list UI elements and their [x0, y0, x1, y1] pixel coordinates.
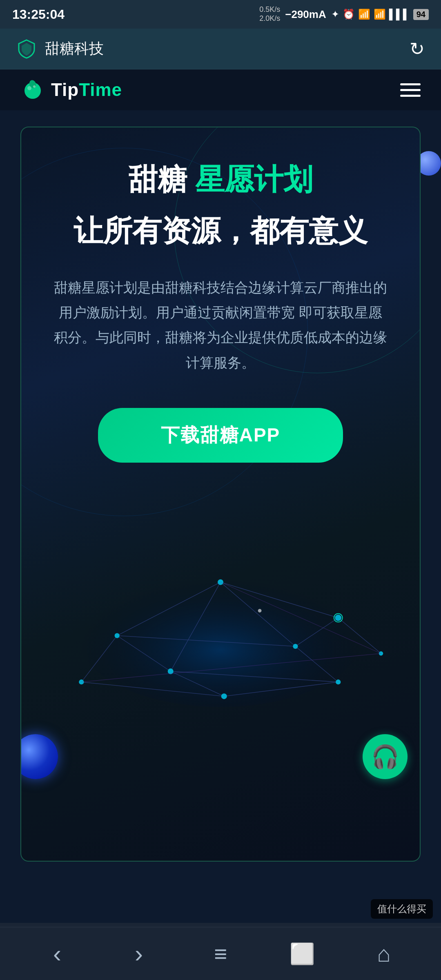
hamburger-line-2: [400, 89, 421, 91]
back-button[interactable]: ‹: [41, 938, 74, 970]
hero-card: 甜糖 星愿计划 让所有资源，都有意义 甜糖星愿计划是由甜糖科技结合边缘计算云厂商…: [20, 127, 421, 862]
hero-subtitle: 让所有资源，都有意义: [46, 212, 395, 251]
status-bar: 13:25:04 0.5K/s 2.0K/s −290mA ✦ ⏰ 📶 📶 ▌▌…: [0, 0, 441, 29]
shield-icon: [16, 39, 37, 59]
logo-tip: Tip: [51, 80, 79, 100]
status-network: 0.5K/s 2.0K/s: [259, 5, 280, 23]
network-visualization: [46, 495, 395, 740]
headset-icon: 🎧: [371, 744, 399, 770]
browser-content: TipTime 甜糖 星愿计划 让所有资源，都有意义 甜糖星愿计划是由甜糖科技结…: [0, 69, 441, 927]
app-bar-left: 甜糖科技: [16, 39, 104, 59]
signal1-icon: 📶: [358, 9, 370, 20]
status-right: 0.5K/s 2.0K/s −290mA ✦ ⏰ 📶 📶 ▌▌▌ 94: [259, 5, 429, 23]
status-time: 13:25:04: [12, 7, 65, 22]
browser-menu-button[interactable]: ≡: [204, 938, 237, 970]
hamburger-line-1: [400, 83, 421, 85]
status-ampere: −290mA: [285, 8, 326, 21]
refresh-button[interactable]: ↻: [410, 38, 425, 59]
svg-point-20: [115, 633, 120, 638]
logo-area: TipTime: [20, 78, 122, 102]
home-button[interactable]: ⌂: [368, 938, 400, 970]
menu-icon: ≡: [214, 941, 227, 967]
signal2-icon: 📶: [374, 9, 386, 20]
back-icon: ‹: [53, 940, 61, 968]
blue-ball-decoration: [20, 734, 58, 779]
hamburger-menu[interactable]: [400, 83, 421, 97]
forward-button[interactable]: ›: [122, 938, 155, 970]
svg-point-3: [33, 85, 36, 88]
tabs-button[interactable]: ⬜: [286, 938, 318, 970]
brand-logo-icon: [20, 78, 45, 102]
network-svg: [46, 495, 395, 740]
logo-text: TipTime: [51, 80, 122, 100]
hero-section: 甜糖 星愿计划 让所有资源，都有意义 甜糖星愿计划是由甜糖科技结合边缘计算云厂商…: [0, 110, 441, 862]
svg-point-23: [335, 615, 341, 621]
forward-icon: ›: [135, 940, 143, 968]
app-bar-title: 甜糖科技: [45, 39, 104, 59]
svg-point-25: [221, 693, 227, 699]
bottom-nav: ‹ › ≡ ⬜ ⌂: [0, 927, 441, 980]
alarm-icon: ⏰: [343, 9, 355, 20]
home-icon: ⌂: [377, 941, 390, 967]
signal3-icon: ▌▌▌: [389, 9, 410, 20]
support-button[interactable]: 🎧: [363, 734, 408, 779]
svg-point-29: [258, 609, 262, 612]
app-bar: 甜糖科技 ↻: [0, 29, 441, 69]
watermark-badge: 值什么得买: [371, 899, 433, 919]
svg-point-26: [336, 679, 341, 684]
hero-title-row: 甜糖 星愿计划: [46, 160, 395, 199]
bluetooth-icon: ✦: [331, 9, 339, 20]
hamburger-line-3: [400, 95, 421, 97]
download-button[interactable]: 下载甜糖APP: [98, 408, 343, 463]
website-header: TipTime: [0, 69, 441, 110]
logo-time: Time: [79, 80, 122, 100]
hero-description: 甜糖星愿计划是由甜糖科技结合边缘计算云厂商推出的用户激励计划。用户通过贡献闲置带…: [53, 275, 388, 375]
hero-title-plain: 甜糖: [128, 160, 187, 199]
svg-point-2: [27, 86, 31, 90]
svg-point-22: [293, 644, 298, 649]
battery-indicator: 94: [413, 9, 429, 20]
hero-title-green: 星愿计划: [195, 160, 313, 199]
tabs-icon: ⬜: [290, 942, 315, 966]
status-icons: ✦ ⏰ 📶 📶 ▌▌▌ 94: [331, 9, 429, 20]
